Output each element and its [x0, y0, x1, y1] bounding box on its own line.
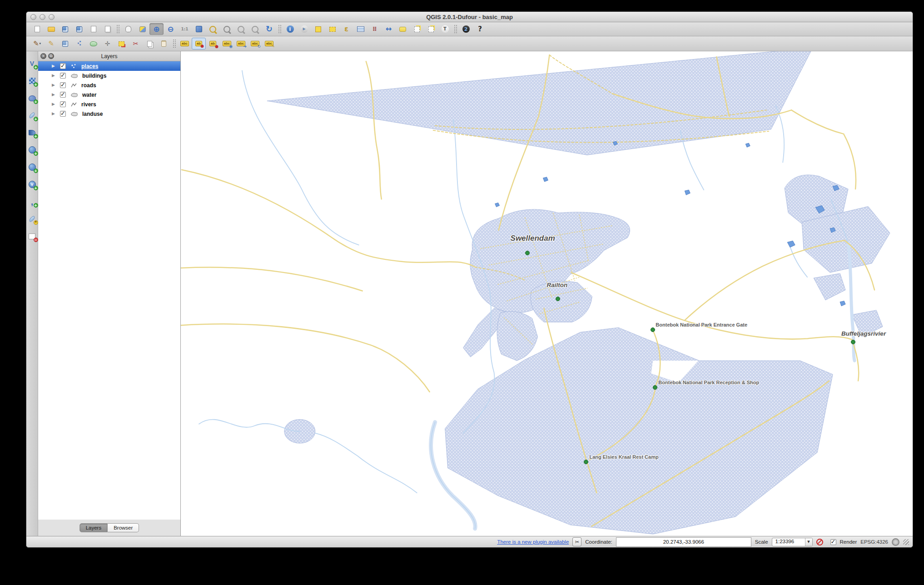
layer-visibility-checkbox[interactable] — [60, 111, 66, 117]
layer-visibility-checkbox[interactable] — [60, 92, 66, 98]
paste-features-icon[interactable] — [157, 38, 171, 50]
zoom-last-icon[interactable] — [234, 23, 248, 35]
crs-globe-icon[interactable] — [892, 538, 899, 546]
zoom-out-icon[interactable]: ⊖ — [164, 23, 178, 35]
new-bookmark-icon[interactable] — [410, 23, 424, 35]
map-tips-icon[interactable] — [396, 23, 410, 35]
polygon-layer-icon — [70, 73, 79, 79]
stop-render-icon[interactable] — [816, 539, 823, 545]
save-project-icon[interactable] — [58, 23, 72, 35]
rotate-label-icon[interactable]: abc↻ — [248, 38, 262, 50]
expand-arrow-icon[interactable] — [52, 64, 56, 68]
tab-layers[interactable]: Layers — [79, 523, 108, 532]
layer-row-rivers[interactable]: rivers — [38, 99, 180, 109]
cut-features-icon[interactable]: ✂ — [129, 38, 143, 50]
show-bookmarks-icon[interactable] — [424, 23, 438, 35]
tab-browser[interactable]: Browser — [108, 523, 139, 532]
layer-row-roads[interactable]: roads — [38, 80, 180, 90]
expand-arrow-icon[interactable] — [52, 74, 56, 78]
expand-arrow-icon[interactable] — [52, 93, 56, 97]
refresh-map-icon[interactable]: ↻ — [262, 23, 276, 35]
layer-row-places[interactable]: places — [38, 61, 180, 71]
composer-manager-icon[interactable] — [100, 23, 114, 35]
line-layer-icon — [70, 83, 78, 88]
remove-layer-icon[interactable]: − — [26, 230, 38, 242]
close-window-button[interactable] — [30, 14, 36, 20]
select-by-expression-icon[interactable]: ε — [339, 23, 353, 35]
new-print-composer-icon[interactable] — [86, 23, 100, 35]
add-postgis-layer-icon[interactable]: + — [26, 92, 38, 104]
whats-this-icon[interactable]: ? — [473, 23, 487, 35]
open-project-icon[interactable] — [44, 23, 58, 35]
toggle-editing-icon[interactable]: ✎ — [44, 38, 58, 50]
map-canvas[interactable]: SwellendamRailtonBontebok National Park … — [181, 51, 913, 536]
change-label-icon[interactable]: abc✎ — [262, 38, 276, 50]
node-tool-icon[interactable]: ⠪ — [72, 38, 86, 50]
pan-map-to-selection-icon[interactable] — [135, 23, 149, 35]
measure-line-icon[interactable]: ↔ — [382, 23, 396, 35]
add-wms-layer-icon[interactable]: + — [26, 144, 38, 156]
scale-combo[interactable]: 1:23396 ▼ — [772, 538, 813, 546]
add-spatialite-layer-icon[interactable]: + — [26, 109, 38, 121]
move-label-icon[interactable]: abc➜ — [234, 38, 248, 50]
run-feature-action-icon[interactable]: ▶ — [297, 23, 311, 35]
move-feature-icon[interactable]: ✛ — [100, 38, 114, 50]
close-panel-icon[interactable]: × — [40, 53, 46, 59]
select-features-icon[interactable] — [311, 23, 325, 35]
plugin-available-link[interactable]: There is a new plugin available — [497, 539, 569, 545]
float-panel-icon[interactable]: ⧉ — [48, 53, 54, 59]
minimize-window-button[interactable] — [40, 14, 45, 20]
expand-arrow-icon[interactable] — [52, 102, 56, 106]
zoom-to-selection-icon[interactable] — [206, 23, 220, 35]
delete-selected-icon[interactable] — [114, 38, 129, 50]
pin-unpin-labels-icon[interactable]: ab● — [192, 38, 206, 50]
layer-visibility-checkbox[interactable] — [60, 101, 66, 107]
zoom-next-icon[interactable] — [248, 23, 262, 35]
current-edits-icon[interactable]: ✎▾ — [30, 38, 44, 50]
field-calculator-icon[interactable]: ⠿ — [368, 23, 382, 35]
add-delimited-text-layer-icon[interactable]: ,+ — [26, 196, 38, 208]
add-wfs-layer-icon[interactable]: V+ — [26, 178, 38, 190]
text-annotation-icon[interactable]: T — [438, 23, 452, 35]
add-vector-layer-icon[interactable]: V+ — [26, 58, 38, 69]
title-bar[interactable]: QGIS 2.0.1-Dufour - basic_map — [26, 12, 913, 22]
add-feature-icon[interactable] — [86, 38, 100, 50]
copy-features-icon[interactable] — [143, 38, 157, 50]
expand-arrow-icon[interactable] — [52, 83, 56, 87]
zoom-actual-size-icon[interactable]: 1:1 — [178, 23, 192, 35]
coordinate-input[interactable] — [616, 537, 751, 547]
save-project-as-icon[interactable] — [72, 23, 86, 35]
add-mssql-layer-icon[interactable]: + — [26, 127, 38, 139]
new-project-icon[interactable] — [30, 23, 44, 35]
highlight-pinned-labels-icon[interactable]: ab● — [206, 38, 220, 50]
layer-row-landuse[interactable]: landuse — [38, 109, 180, 119]
expand-arrow-icon[interactable] — [52, 112, 56, 116]
help-contents-icon[interactable]: 2 — [459, 23, 473, 35]
window-controls — [30, 14, 55, 20]
layer-visibility-checkbox[interactable] — [60, 82, 66, 88]
render-checkbox[interactable] — [830, 539, 836, 545]
identify-features-icon[interactable]: i — [283, 23, 297, 35]
add-raster-layer-icon[interactable]: + — [26, 75, 38, 87]
deselect-features-icon[interactable] — [325, 23, 339, 35]
resize-grip[interactable] — [903, 539, 909, 545]
pan-map-icon[interactable] — [121, 23, 135, 35]
layer-visibility-checkbox[interactable] — [60, 63, 66, 69]
zoom-window-button[interactable] — [49, 14, 55, 20]
zoom-in-icon[interactable]: ⊕ — [149, 23, 164, 35]
save-layer-edits-icon[interactable] — [58, 38, 72, 50]
layer-row-buildings[interactable]: buildings — [38, 71, 180, 80]
toolbar-separator — [173, 39, 176, 48]
chevron-down-icon[interactable]: ▼ — [805, 538, 812, 546]
add-wcs-layer-icon[interactable]: + — [26, 161, 38, 173]
zoom-to-layer-icon[interactable] — [220, 23, 234, 35]
new-spatialite-layer-icon[interactable]: * — [26, 213, 38, 225]
show-hide-labels-icon[interactable]: abc◉ — [220, 38, 234, 50]
toolbar-separator — [278, 25, 281, 34]
zoom-full-extent-icon[interactable] — [192, 23, 206, 35]
layer-visibility-checkbox[interactable] — [60, 73, 66, 79]
open-attribute-table-icon[interactable] — [353, 23, 368, 35]
layer-row-water[interactable]: water — [38, 90, 180, 99]
labeling-icon[interactable]: abc — [178, 38, 192, 50]
plugin-icon[interactable]: ✂ — [572, 537, 581, 546]
